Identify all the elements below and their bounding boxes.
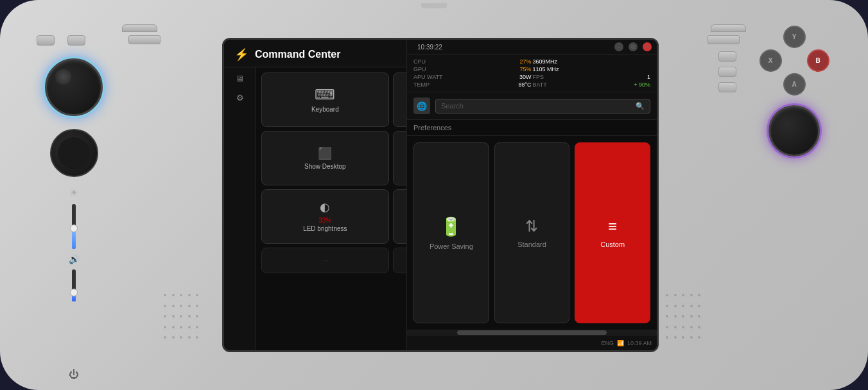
keyboard-icon: ⌨ [315,87,335,103]
gpu-value: 75% [519,66,531,72]
face-buttons: Y X B A [759,26,829,96]
gpu-freq: 1105 MHz [533,66,559,72]
custom-label: Custom [600,241,625,248]
cpu-stat: CPU 27% [413,58,532,65]
y-button[interactable]: Y [783,26,806,48]
speaker-grille-left [164,294,202,345]
volume-slider[interactable] [72,269,76,301]
cpu-label: CPU [413,58,426,65]
lang-indicator: ENG [601,340,614,346]
power-saving-mode-button[interactable]: 🔋 Power Saving [413,142,489,323]
apu-value: 30W [519,74,532,80]
a-button[interactable]: A [783,73,806,96]
power-saving-icon: 🔋 [440,216,462,237]
taskbar: ENG 📶 10:39 AM [407,335,657,350]
minimize-button[interactable]: − [614,42,623,51]
search-area: 🌐 Search 🔍 [407,92,657,120]
fps-value: 1 [647,74,650,80]
speaker-grille-right [666,294,704,345]
standard-label: Standard [517,241,546,248]
restore-button[interactable]: ⧉ [629,42,638,51]
gpu-stat: GPU 75% [413,66,532,72]
temp-stat: TEMP 88°C [413,81,532,88]
temp-value: 88°C [518,81,531,88]
grid-item-show-desktop[interactable]: ⬛ Show Desktop [261,131,389,185]
armoury-crate-panel: 10:39:22 − ⧉ × CPU 27% 3609MHz GPU 75% [406,40,657,350]
brightness-icon: ☀ [69,187,78,199]
left-dpad[interactable] [50,129,98,177]
show-desktop-icon: ⬛ [318,146,332,160]
panel-scrollbar[interactable] [407,330,657,335]
preferences-label: Preferences [407,120,657,136]
cc-title: Command Center [255,49,340,60]
temp-label: TEMP [413,81,430,88]
batt-value: + 90% [634,81,650,88]
left-joystick[interactable] [45,58,103,116]
fps-label: FPS [533,74,544,80]
keyboard-label: Keyboard [311,106,339,114]
standard-icon: ⇅ [525,217,538,235]
batt-label: BATT [533,81,547,88]
device-shell: ☀ 🔊 ⏻ Y X B A ⚡ Com [0,0,868,390]
b-button[interactable]: B [807,49,829,72]
globe-icon: 🌐 [413,98,430,114]
system-stats: CPU 27% 3609MHz GPU 75% 1105 MHz APU WAT… [407,55,657,92]
search-box[interactable]: Search 🔍 [435,99,650,114]
left-controller: ☀ 🔊 ⏻ [0,0,148,390]
right-joystick[interactable] [768,105,820,157]
rog-logo: ⚡ [234,47,248,62]
sidebar-icon-monitor[interactable]: 🖥 [236,74,244,83]
led-brightness-status: 33% [318,217,331,224]
brightness-slider[interactable] [72,204,76,249]
fps-stat: FPS 1 [533,74,651,80]
performance-modes: 🔋 Power Saving ⇅ Standard ≡ Custom [407,136,657,330]
standard-mode-button[interactable]: ⇅ Standard [494,142,570,323]
cpu-freq-stat: 3609MHz [533,58,651,65]
system-time: 10:39:22 [417,44,442,51]
scrollbar-thumb[interactable] [457,330,607,335]
armoury-titlebar: 10:39:22 − ⧉ × [407,40,657,55]
grid-item-keyboard[interactable]: ⌨ Keyboard [261,72,389,127]
search-placeholder: Search [441,102,464,110]
apu-label: APU WATT [413,74,443,80]
search-icon: 🔍 [636,102,645,110]
led-brightness-icon: ◐ [320,200,330,214]
custom-icon: ≡ [608,217,617,235]
gpu-label: GPU [413,66,426,72]
x-button[interactable]: X [759,49,782,72]
show-desktop-label: Show Desktop [304,163,345,171]
speaker-icon: 🔊 [69,254,80,264]
grid-item-extra-1[interactable]: ··· [261,248,389,273]
custom-mode-button[interactable]: ≡ Custom [575,142,650,323]
wifi-icon: 📶 [617,340,624,346]
batt-stat: BATT + 90% [533,81,651,88]
left-side-btn-1[interactable] [37,35,55,46]
led-brightness-label: LED brightness [303,225,347,233]
cc-sidebar: 🖥 ⚙ [224,67,256,350]
close-button[interactable]: × [643,42,652,51]
right-controller: Y X B A [720,0,868,390]
power-icon[interactable]: ⏻ [69,369,79,390]
brightness-slider-area: ☀ 🔊 [69,187,80,301]
left-side-btn-2[interactable] [67,35,85,46]
apu-stat: APU WATT 30W [413,74,532,80]
gpu-freq-stat: 1105 MHz [533,66,651,72]
screen: ⚡ Command Center 🖥 ⚙ ⌨ Keyboard [222,38,659,352]
sidebar-icon-settings[interactable]: ⚙ [236,93,244,103]
cpu-value: 27% [519,58,531,65]
camera-notch [421,3,447,8]
cpu-freq: 3609MHz [533,58,558,65]
power-saving-label: Power Saving [430,242,473,250]
taskbar-time: 10:39 AM [627,340,652,346]
grid-item-led-brightness[interactable]: ◐ 33% LED brightness [261,189,389,244]
